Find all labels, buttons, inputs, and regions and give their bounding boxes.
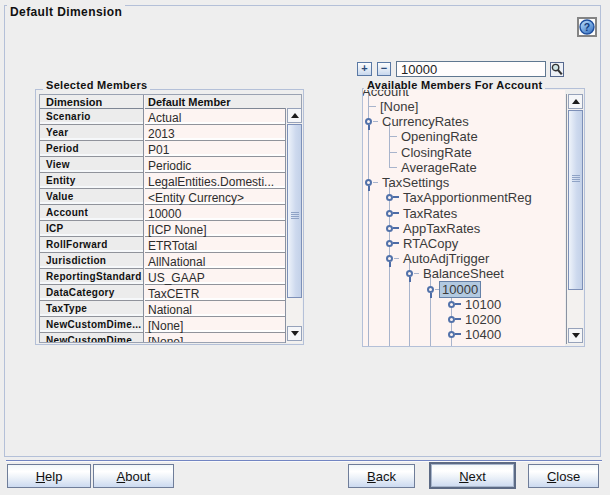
svg-text:?: ? [584, 21, 590, 33]
